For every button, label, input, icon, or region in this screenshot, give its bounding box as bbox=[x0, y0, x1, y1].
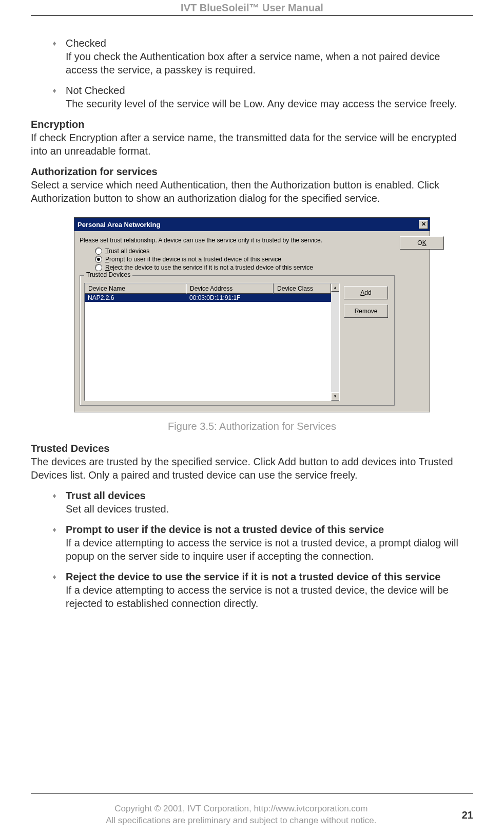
cell-device-name: NAP2.2.6 bbox=[85, 294, 186, 302]
radio-trust-all[interactable]: Trust all devices bbox=[95, 248, 395, 255]
col-device-class[interactable]: Device Class bbox=[274, 283, 331, 294]
bullet-desc: If a device attempting to access the ser… bbox=[66, 584, 449, 609]
table-header-row: Device Name Device Address Device Class bbox=[85, 283, 331, 294]
radio-underline: R bbox=[105, 264, 110, 271]
text-trusted-devices: The devices are trusted by the specified… bbox=[31, 456, 453, 481]
btn-label: O bbox=[417, 239, 422, 246]
scrollbar-vertical[interactable]: ▴ ▾ bbox=[331, 283, 339, 401]
radio-icon bbox=[95, 256, 102, 263]
figure-caption: Figure 3.5: Authorization for Services bbox=[31, 421, 473, 432]
radio-icon bbox=[95, 248, 102, 255]
diamond-icon: ♦ bbox=[49, 36, 60, 48]
radio-label: rust all devices bbox=[109, 248, 149, 255]
section-authorization: Authorization for services Select a serv… bbox=[31, 165, 473, 205]
bullet-reject: ♦ Reject the device to use the service i… bbox=[31, 570, 473, 610]
dialog-titlebar: Personal Area Networking ✕ bbox=[74, 218, 430, 231]
cell-device-address: 00:03:0D:11:91:1F bbox=[186, 294, 274, 302]
device-table[interactable]: Device Name Device Address Device Class … bbox=[84, 283, 340, 401]
scroll-down-icon[interactable]: ▾ bbox=[331, 392, 339, 401]
bullet-desc: If you check the Authentication box afte… bbox=[66, 51, 440, 75]
bullet-desc: If a device attempting to access the ser… bbox=[66, 537, 458, 562]
page-footer: Copyright © 2001, IVT Corporation, http:… bbox=[31, 803, 473, 827]
radio-icon bbox=[95, 264, 102, 271]
divider-bottom bbox=[31, 793, 473, 794]
text-encryption: If check Encryption after a service name… bbox=[31, 132, 456, 157]
col-device-address[interactable]: Device Address bbox=[186, 283, 274, 294]
cell-device-class bbox=[274, 294, 331, 302]
close-icon[interactable]: ✕ bbox=[419, 220, 428, 229]
text-authorization: Select a service which need Authenticati… bbox=[31, 179, 439, 204]
ok-button[interactable]: OK bbox=[400, 236, 444, 250]
footer-copyright: Copyright © 2001, IVT Corporation, http:… bbox=[114, 804, 367, 813]
remove-button[interactable]: Remove bbox=[344, 305, 388, 318]
bullet-term: Prompt to user if the device is not a tr… bbox=[66, 524, 384, 535]
radio-prompt[interactable]: Prompt to user if the device is not a tr… bbox=[95, 256, 395, 263]
heading-encryption: Encryption bbox=[31, 119, 84, 130]
radio-underline: P bbox=[105, 256, 109, 263]
add-button[interactable]: Add bbox=[344, 286, 388, 299]
page-number: 21 bbox=[462, 809, 473, 821]
bullet-desc: The security level of the service will b… bbox=[66, 98, 457, 109]
col-device-name[interactable]: Device Name bbox=[85, 283, 186, 294]
section-encryption: Encryption If check Encryption after a s… bbox=[31, 118, 473, 158]
group-legend: Trusted Devices bbox=[84, 271, 132, 278]
radio-underline: T bbox=[105, 248, 109, 255]
divider-top bbox=[31, 15, 473, 16]
diamond-icon: ♦ bbox=[49, 489, 60, 500]
diamond-icon: ♦ bbox=[49, 84, 60, 95]
diamond-icon: ♦ bbox=[49, 570, 60, 581]
figure-screenshot: Personal Area Networking ✕ Please set tr… bbox=[74, 217, 430, 412]
btn-label: emove bbox=[359, 308, 377, 315]
footer-disclaimer: All specifications are preliminary and s… bbox=[106, 815, 376, 825]
bullet-checked: ♦ Checked If you check the Authenticatio… bbox=[31, 36, 473, 77]
dialog-title: Personal Area Networking bbox=[77, 221, 160, 229]
dialog-window: Personal Area Networking ✕ Please set tr… bbox=[74, 217, 430, 412]
dialog-instruction: Please set trust relationship. A device … bbox=[80, 236, 395, 244]
scroll-up-icon[interactable]: ▴ bbox=[331, 283, 339, 292]
bullet-not-checked: ♦ Not Checked The security level of the … bbox=[31, 84, 473, 110]
bullet-term: Checked bbox=[66, 37, 106, 49]
groupbox-trusted-devices: Trusted Devices Device Name Device Addre… bbox=[80, 275, 395, 406]
heading-trusted-devices: Trusted Devices bbox=[31, 443, 109, 454]
bullet-trust-all: ♦ Trust all devices Set all devices trus… bbox=[31, 489, 473, 516]
radio-label: eject the device to use the service if i… bbox=[110, 264, 313, 271]
document-title: IVT BlueSoleil™ User Manual bbox=[31, 0, 473, 15]
bullet-prompt: ♦ Prompt to user if the device is not a … bbox=[31, 523, 473, 563]
btn-underline: K bbox=[422, 239, 427, 246]
heading-authorization: Authorization for services bbox=[31, 166, 158, 177]
diamond-icon: ♦ bbox=[49, 523, 60, 534]
bullet-term: Trust all devices bbox=[66, 490, 146, 501]
radio-reject[interactable]: Reject the device to use the service if … bbox=[95, 264, 395, 271]
btn-label: dd bbox=[364, 289, 371, 296]
bullet-term: Reject the device to use the service if … bbox=[66, 571, 440, 582]
table-row[interactable]: NAP2.2.6 00:03:0D:11:91:1F bbox=[85, 294, 331, 302]
radio-label: rompt to user if the device is not a tru… bbox=[109, 256, 281, 263]
bullet-term: Not Checked bbox=[66, 85, 125, 96]
section-trusted-devices: Trusted Devices The devices are trusted … bbox=[31, 442, 473, 482]
bullet-desc: Set all devices trusted. bbox=[66, 503, 169, 515]
btn-underline: R bbox=[355, 308, 359, 315]
